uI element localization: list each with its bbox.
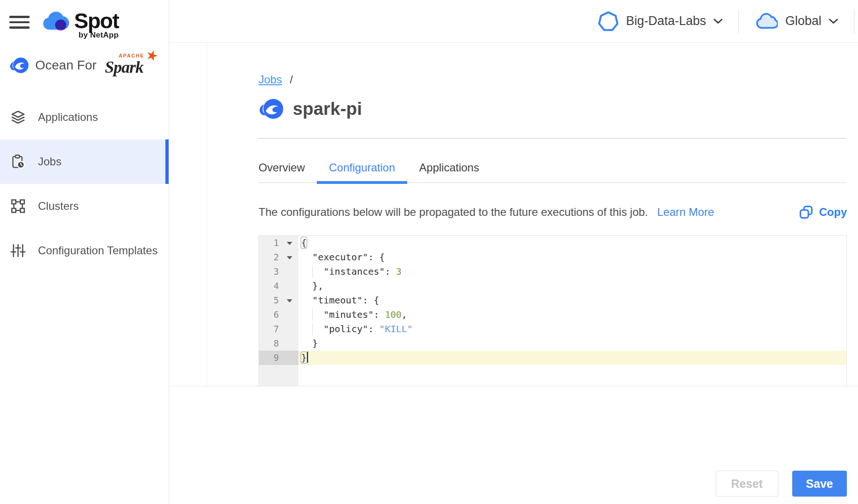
ocean-wave-icon xyxy=(9,56,29,75)
editor-gutter-cell: 1 xyxy=(259,236,298,250)
copy-button[interactable]: Copy xyxy=(799,205,847,219)
content-footer-divider xyxy=(169,386,858,386)
cloud-icon xyxy=(755,13,778,30)
line-number: 4 xyxy=(274,279,279,293)
editor-line: 1 { xyxy=(259,236,846,250)
sidebar-item-configuration-templates[interactable]: Configuration Templates xyxy=(0,228,169,273)
product-header: Ocean For APACHE Spark ★ xyxy=(9,53,160,78)
page-title-row: spark-pi xyxy=(259,97,362,120)
footer-actions: Reset Save xyxy=(716,471,847,497)
header-divider xyxy=(738,9,739,33)
spark-label: Spark xyxy=(105,57,143,77)
json-config-editor[interactable]: 1 { 2 "executor": { 3 "instances": 3 xyxy=(259,235,847,386)
sidebar-item-applications[interactable]: Applications xyxy=(0,95,169,139)
line-number: 6 xyxy=(274,308,279,322)
editor-line: 7 "policy": "KILL" xyxy=(259,322,846,336)
configuration-description-row: The configurations below will be propaga… xyxy=(259,202,847,222)
editor-gutter-cell: 9 xyxy=(259,351,298,365)
scope-name: Global xyxy=(785,14,821,28)
main-area: Big-Data-Labs Global Jobs / xyxy=(169,0,858,504)
line-number: 1 xyxy=(274,236,279,250)
line-number: 2 xyxy=(274,250,279,265)
editor-gutter-cell: 8 xyxy=(259,336,298,351)
text-cursor xyxy=(307,352,308,363)
cluster-icon xyxy=(10,198,26,214)
scope-switcher[interactable]: Global xyxy=(755,13,838,30)
code-line[interactable]: } xyxy=(298,351,846,365)
clipboard-clock-icon xyxy=(10,154,26,170)
editor-line: 5 "timeout": { xyxy=(259,293,846,308)
heptagon-icon xyxy=(598,11,618,32)
brand-name: Spot xyxy=(74,9,119,32)
sidebar: Spot by NetApp Ocean For APACHE Spark ★ … xyxy=(0,0,169,504)
indent-guide xyxy=(312,323,313,335)
code-line[interactable]: }, xyxy=(298,279,846,293)
code-line[interactable]: "policy": "KILL" xyxy=(298,322,846,336)
indent-guide xyxy=(312,266,313,277)
sliders-icon xyxy=(10,243,26,258)
editor-line: 4 }, xyxy=(259,279,846,293)
brand-byline: by NetApp xyxy=(74,31,119,40)
spot-cloud-icon xyxy=(41,9,70,33)
copy-label: Copy xyxy=(819,206,847,219)
top-bar: Big-Data-Labs Global xyxy=(169,0,858,43)
spark-star-icon: ★ xyxy=(144,46,161,65)
editor-gutter-cell: 7 xyxy=(259,322,298,336)
tab-overview[interactable]: Overview xyxy=(259,156,317,183)
page-title: spark-pi xyxy=(293,99,362,119)
editor-gutter-cell: 2 xyxy=(259,250,298,265)
line-number: 9 xyxy=(274,351,279,365)
spot-logo[interactable]: Spot by NetApp xyxy=(41,9,119,40)
save-button[interactable]: Save xyxy=(792,471,847,497)
line-number: 5 xyxy=(274,293,279,308)
sidebar-item-jobs[interactable]: Jobs xyxy=(0,139,169,184)
editor-line: 6 "minutes": 100, xyxy=(259,308,846,322)
org-switcher[interactable]: Big-Data-Labs xyxy=(598,11,723,32)
sidebar-item-label: Applications xyxy=(38,111,98,124)
line-number: 7 xyxy=(274,322,279,336)
layers-icon xyxy=(10,109,26,125)
job-wave-icon xyxy=(259,97,284,120)
editor-line: 2 "executor": { xyxy=(259,250,846,265)
title-divider xyxy=(259,138,847,139)
sidebar-item-label: Clusters xyxy=(38,200,79,213)
menu-toggle-icon[interactable] xyxy=(9,16,30,31)
editor-line-active: 9 } xyxy=(259,351,846,365)
editor-gutter-cell: 5 xyxy=(259,293,298,308)
content-panel-edge xyxy=(207,43,207,386)
tab-applications[interactable]: Applications xyxy=(407,156,491,183)
code-line[interactable]: "minutes": 100, xyxy=(298,308,846,322)
indent-guide xyxy=(312,309,313,321)
breadcrumb: Jobs / xyxy=(259,73,293,86)
editor-line: 3 "instances": 3 xyxy=(259,265,846,279)
editor-gutter-cell: 3 xyxy=(259,265,298,279)
tabs: Overview Configuration Applications xyxy=(259,156,847,183)
header-divider xyxy=(854,9,854,33)
sidebar-item-label: Configuration Templates xyxy=(38,244,158,257)
code-line[interactable]: { xyxy=(298,236,846,250)
line-number: 8 xyxy=(274,336,279,351)
tab-configuration[interactable]: Configuration xyxy=(317,156,407,183)
chevron-down-icon xyxy=(829,19,838,24)
editor-gutter-cell: 4 xyxy=(259,279,298,293)
breadcrumb-separator: / xyxy=(290,73,293,86)
sidebar-item-clusters[interactable]: Clusters xyxy=(0,184,169,228)
fold-toggle-icon[interactable] xyxy=(287,299,292,305)
configuration-description: The configurations below will be propaga… xyxy=(259,206,648,219)
code-line[interactable]: "instances": 3 xyxy=(298,265,846,279)
editor-line: 8 } xyxy=(259,336,846,351)
code-line[interactable]: } xyxy=(298,336,846,351)
sidebar-nav: Applications Jobs Clu xyxy=(0,95,169,273)
learn-more-link[interactable]: Learn More xyxy=(657,206,714,219)
chevron-down-icon xyxy=(713,19,723,24)
reset-button[interactable]: Reset xyxy=(716,471,778,497)
code-line[interactable]: "executor": { xyxy=(298,250,846,265)
fold-toggle-icon[interactable] xyxy=(287,242,292,248)
breadcrumb-jobs-link[interactable]: Jobs xyxy=(259,73,282,86)
copy-icon xyxy=(799,205,813,219)
sidebar-item-label: Jobs xyxy=(38,155,62,168)
line-number: 3 xyxy=(274,265,279,279)
fold-toggle-icon[interactable] xyxy=(287,256,292,262)
code-line[interactable]: "timeout": { xyxy=(298,293,846,308)
product-name: Ocean For xyxy=(35,58,96,73)
